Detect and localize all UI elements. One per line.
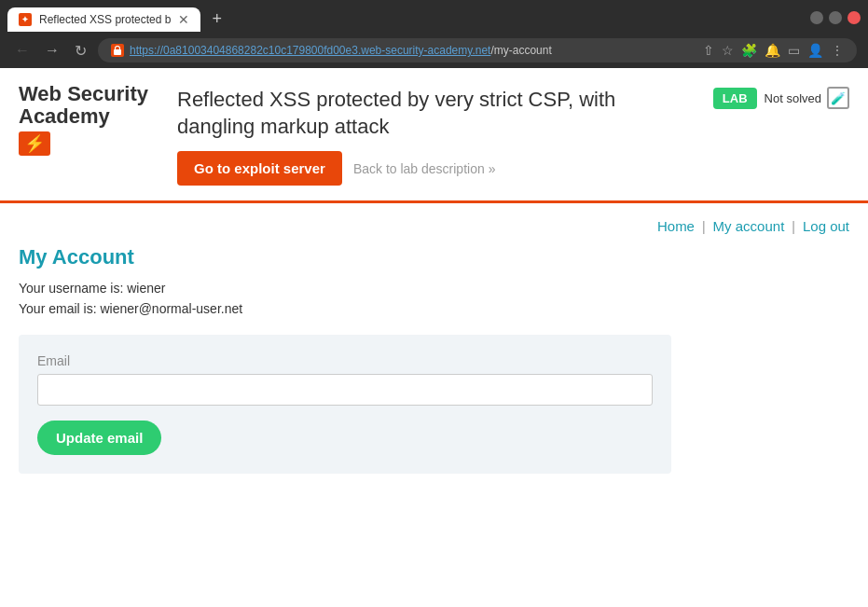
section-title: My Account [19,245,849,269]
security-icon [111,44,124,57]
menu-icon[interactable]: ⋮ [831,43,844,58]
forward-button[interactable]: → [41,40,63,61]
logo-badge: ⚡ [19,131,50,156]
chevron-right-icon: » [489,161,496,176]
form-box: Email Update email [19,335,671,474]
back-label: Back to lab description [353,161,485,176]
tab-title: Reflected XSS protected b [39,13,171,26]
address-bar[interactable]: https://0a81003404868282c10c179800fd00e3… [98,38,857,62]
update-email-button[interactable]: Update email [37,421,161,455]
minimize-button[interactable] [810,11,823,24]
active-tab[interactable]: ✦ Reflected XSS protected b ✕ [7,7,200,32]
new-tab-button[interactable]: + [204,6,229,33]
page-body: Home | My account | Log out My Account Y… [0,203,868,511]
back-to-lab-link[interactable]: Back to lab description » [353,161,496,176]
url-secure-part: https://0a81003404868282c10c179800fd00e3… [130,44,490,57]
profile-icon[interactable]: 👤 [807,43,823,58]
flask-icon[interactable]: 🧪 [827,87,849,109]
page-nav: Home | My account | Log out [19,203,849,245]
url-text: https://0a81003404868282c10c179800fd00e3… [130,44,697,57]
alert-icon[interactable]: 🔔 [765,43,780,58]
bookmark-icon[interactable]: ☆ [722,43,734,58]
logo-lightning-icon: ⚡ [19,131,50,156]
share-icon[interactable]: ⇧ [703,43,714,58]
close-window-button[interactable] [847,11,861,24]
svg-rect-0 [114,49,121,55]
exploit-server-button[interactable]: Go to exploit server [177,151,342,186]
back-button[interactable]: ← [11,40,34,61]
browser-chrome: ✦ Reflected XSS protected b ✕ + ← → ↻ ht… [0,0,868,68]
tab-favicon: ✦ [19,13,32,26]
logo-area: Web Security Academy ⚡ [19,83,158,156]
header-right: LAB Not solved 🧪 [713,83,849,109]
extensions-icon[interactable]: 🧩 [741,43,757,58]
tab-bar: ✦ Reflected XSS protected b ✕ + [0,0,868,33]
username-text: Your username is: wiener [19,281,849,296]
nav-separator-1: | [702,219,706,234]
window-icon[interactable]: ▭ [788,43,800,58]
logo-line2: Academy [19,104,110,128]
email-label: Email [37,353,653,368]
logo-text: Web Security Academy [19,83,148,128]
address-bar-icons: ⇧ ☆ 🧩 🔔 ▭ 👤 ⋮ [703,43,844,58]
email-text: Your email is: wiener@normal-user.net [19,301,849,316]
window-controls [810,11,861,28]
lab-badge: LAB [713,88,757,109]
header-actions: Go to exploit server Back to lab descrip… [177,151,695,186]
email-input[interactable] [37,374,653,406]
logo-line1: Web Security [19,82,148,105]
tab-close-button[interactable]: ✕ [178,13,189,26]
nav-myaccount-link[interactable]: My account [713,218,785,234]
page-header: Web Security Academy ⚡ Reflected XSS pro… [0,68,868,186]
nav-home-link[interactable]: Home [657,218,695,234]
header-content: Reflected XSS protected by very strict C… [177,83,695,186]
nav-logout-link[interactable]: Log out [803,218,849,234]
address-bar-row: ← → ↻ https://0a81003404868282c10c179800… [0,33,868,68]
not-solved-label: Not solved 🧪 [765,87,849,109]
maximize-button[interactable] [829,11,842,24]
reload-button[interactable]: ↻ [71,40,90,62]
lab-title: Reflected XSS protected by very strict C… [177,87,695,140]
url-path-part: /my-account [490,44,551,57]
nav-separator-2: | [792,219,795,234]
